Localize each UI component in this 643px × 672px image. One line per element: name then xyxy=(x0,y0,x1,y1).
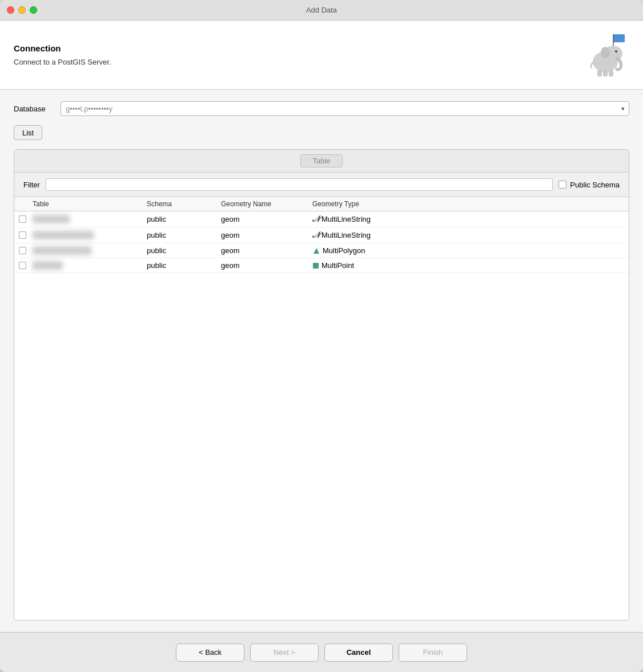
filter-input[interactable] xyxy=(46,178,553,191)
maximize-button[interactable] xyxy=(30,6,37,14)
col-header-schema: Schema xyxy=(147,200,221,208)
row-geom-type-3: MultiPolygon xyxy=(312,246,624,255)
window-controls xyxy=(7,6,37,14)
row-geom-1: geom xyxy=(221,215,312,223)
table-row: rail_polylines_long public geom 𝒩 MultiL… xyxy=(14,227,629,243)
row-schema-4: public xyxy=(147,261,221,270)
row-checkbox-2[interactable] xyxy=(19,231,26,239)
window-title: Add Data xyxy=(306,6,337,14)
row-schema-2: public xyxy=(147,231,221,239)
row-geom-4: geom xyxy=(221,261,312,270)
bottom-bar: < Back Next > Cancel Finish xyxy=(0,632,643,672)
table-row: rail_point public geom MultiPoint xyxy=(14,258,629,273)
header-text: Connection Connect to a PostGIS Server. xyxy=(14,43,111,66)
row-checkbox-3[interactable] xyxy=(19,247,26,254)
titlebar: Add Data xyxy=(0,0,643,21)
row-geom-type-1: 𝒩 MultiLineString xyxy=(312,214,624,224)
filter-row: Filter Public Schema xyxy=(14,173,629,197)
svg-marker-9 xyxy=(314,248,319,254)
public-schema-wrapper: Public Schema xyxy=(558,181,620,189)
body-section: Database g••••l.p••••••••y ▾ List Table … xyxy=(0,90,643,632)
main-window: Add Data Connection Connect to a PostGIS… xyxy=(0,0,643,672)
list-button[interactable]: List xyxy=(14,125,42,140)
database-row: Database g••••l.p••••••••y ▾ xyxy=(14,101,629,116)
close-button[interactable] xyxy=(7,6,14,14)
col-header-checkbox xyxy=(19,200,33,208)
row-geom-type-2: 𝒩 MultiLineString xyxy=(312,230,624,240)
col-header-geometry-type: Geometry Type xyxy=(312,200,624,208)
minimize-button[interactable] xyxy=(18,6,26,14)
header-section: Connection Connect to a PostGIS Server. xyxy=(0,21,643,90)
cancel-button[interactable]: Cancel xyxy=(324,643,393,662)
table-row: rail_polygon_area public geom MultiPolyg… xyxy=(14,243,629,258)
svg-point-4 xyxy=(601,47,610,58)
svg-rect-8 xyxy=(609,70,613,77)
row-name-1: roads_data xyxy=(33,215,147,223)
row-schema-3: public xyxy=(147,246,221,255)
svg-rect-6 xyxy=(597,70,602,77)
table-row: roads_data public geom 𝒩 MultiLineString xyxy=(14,211,629,227)
row-name-3: rail_polygon_area xyxy=(33,246,147,255)
row-checkbox-4[interactable] xyxy=(19,262,26,269)
next-button[interactable]: Next > xyxy=(250,643,319,662)
table-section-label: Table xyxy=(300,154,342,167)
content-area: Connection Connect to a PostGIS Server. xyxy=(0,21,643,672)
svg-point-5 xyxy=(615,50,617,53)
row-schema-1: public xyxy=(147,215,221,223)
elephant-icon xyxy=(584,32,629,78)
mascot-image xyxy=(584,32,629,78)
row-name-4: rail_point xyxy=(33,261,147,270)
back-button[interactable]: < Back xyxy=(176,643,244,662)
col-header-geometry-name: Geometry Name xyxy=(221,200,312,208)
list-button-row: List xyxy=(14,125,629,140)
row-geom-type-4: MultiPoint xyxy=(312,261,624,270)
finish-button[interactable]: Finish xyxy=(399,643,467,662)
col-header-table: Table xyxy=(33,200,147,208)
filter-label: Filter xyxy=(23,181,40,189)
row-checkbox-1[interactable] xyxy=(19,215,26,223)
multipolygon-icon xyxy=(312,247,320,255)
svg-rect-0 xyxy=(613,34,625,42)
public-schema-label: Public Schema xyxy=(570,181,620,189)
table-section: Table Filter Public Schema T xyxy=(14,149,629,621)
database-select[interactable]: g••••l.p••••••••y xyxy=(61,101,629,116)
multilinestring-icon-2: 𝒩 xyxy=(312,230,319,240)
table-columns-header: Table Schema Geometry Name Geometry Type xyxy=(14,197,629,211)
row-name-2: rail_polylines_long xyxy=(33,231,147,239)
database-label: Database xyxy=(14,105,54,113)
svg-rect-7 xyxy=(603,70,608,77)
connection-title: Connection xyxy=(14,43,111,53)
table-header-bar: Table xyxy=(14,150,629,173)
connection-desc: Connect to a PostGIS Server. xyxy=(14,58,111,66)
database-select-wrapper: g••••l.p••••••••y ▾ xyxy=(61,101,629,116)
table-content: Table Schema Geometry Name Geometry Type… xyxy=(14,197,629,620)
row-geom-3: geom xyxy=(221,246,312,255)
row-geom-2: geom xyxy=(221,231,312,239)
public-schema-checkbox[interactable] xyxy=(558,181,566,189)
multipoint-icon xyxy=(312,262,319,269)
multilinestring-icon: 𝒩 xyxy=(312,214,319,224)
svg-rect-10 xyxy=(313,263,319,269)
